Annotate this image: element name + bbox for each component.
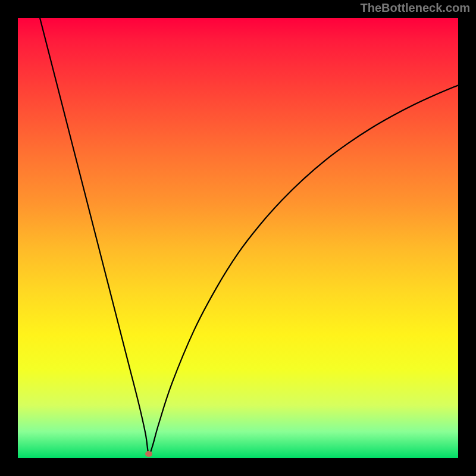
bottleneck-curve [40, 18, 458, 455]
watermark-text: TheBottleneck.com [361, 1, 470, 15]
curve-svg [18, 18, 458, 458]
minimum-marker [145, 451, 152, 457]
plot-area [18, 18, 458, 458]
chart-container: TheBottleneck.com [0, 0, 476, 476]
